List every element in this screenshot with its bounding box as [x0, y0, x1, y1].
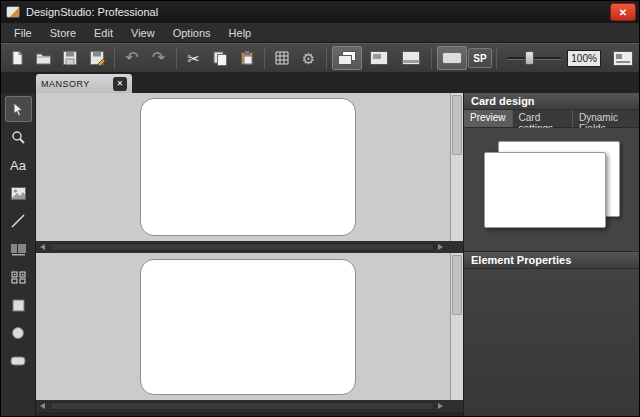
grid-icon [274, 50, 290, 66]
front-vscroll-thumb[interactable] [452, 95, 462, 155]
card-reader-icon [612, 50, 634, 67]
front-vertical-scrollbar[interactable] [450, 93, 463, 241]
document-tab-label: MANSORY [41, 79, 113, 89]
toolbar-separator [326, 47, 327, 69]
open-folder-icon [35, 50, 52, 66]
cut-button[interactable]: ✂ [182, 46, 206, 70]
rounded-rect-icon [10, 356, 26, 366]
blank-card-view-button[interactable] [437, 46, 467, 70]
app-icon [6, 6, 20, 18]
document-tab-mansory[interactable]: MANSORY ✕ [36, 74, 132, 93]
menu-options[interactable]: Options [164, 25, 220, 41]
back-horizontal-scrollbar[interactable] [36, 400, 463, 412]
save-all-button[interactable] [84, 46, 108, 70]
image-tool-button[interactable] [5, 180, 32, 206]
scroll-left-arrow-icon[interactable] [40, 244, 45, 250]
toolbar-separator [431, 47, 432, 69]
cursor-icon [11, 102, 25, 117]
close-window-button[interactable]: ✕ [610, 3, 636, 21]
undo-button[interactable]: ↶ [120, 46, 144, 70]
tab-preview[interactable]: Preview [464, 110, 513, 127]
new-document-icon [9, 50, 25, 66]
back-vscroll-thumb[interactable] [452, 255, 462, 315]
card-design-header: Card design [464, 93, 640, 110]
gear-icon: ⚙ [302, 51, 315, 66]
menu-file[interactable]: File [5, 25, 41, 41]
design-canvas [36, 93, 463, 417]
menu-store[interactable]: Store [41, 25, 85, 41]
select-tool-button[interactable] [5, 96, 32, 122]
menu-view[interactable]: View [122, 25, 164, 41]
canvas-filler [36, 412, 463, 417]
paste-icon [239, 50, 255, 66]
toolbar-separator [496, 47, 497, 69]
toolbar-separator [114, 47, 115, 69]
scroll-right-arrow-icon[interactable] [438, 244, 443, 250]
line-tool-button[interactable] [5, 208, 32, 234]
toolbar-separator [176, 47, 177, 69]
redo-icon: ↷ [152, 50, 165, 66]
sp-toggle-button[interactable]: SP [468, 48, 492, 68]
zoom-slider-thumb[interactable] [525, 51, 534, 65]
scroll-left-arrow-icon[interactable] [40, 403, 45, 409]
rectangle-tool-button[interactable] [5, 292, 32, 318]
tab-card-settings[interactable]: Card settings [513, 110, 573, 127]
zoom-slider[interactable] [507, 46, 561, 70]
scroll-right-arrow-icon[interactable] [438, 403, 443, 409]
card-back-view-button[interactable] [396, 46, 426, 70]
ellipse-icon [11, 326, 25, 340]
card-front-pane[interactable] [36, 93, 450, 241]
preview-card-front [484, 152, 606, 228]
text-tool-icon: Aa [10, 159, 26, 172]
tab-dynamic-fields[interactable]: Dynamic Fields [573, 110, 640, 127]
menu-help[interactable]: Help [220, 25, 261, 41]
barcode-icon [11, 243, 26, 256]
front-hscroll-thumb[interactable] [50, 243, 434, 251]
zoom-tool-button[interactable] [5, 124, 32, 150]
back-vertical-scrollbar[interactable] [450, 253, 463, 400]
card-front-surface[interactable] [140, 98, 356, 236]
element-properties-empty [464, 269, 640, 417]
ellipse-tool-button[interactable] [5, 320, 32, 346]
redo-button[interactable]: ↷ [146, 46, 170, 70]
right-panel: Card design Preview Card settings Dynami… [463, 93, 640, 417]
menu-edit[interactable]: Edit [85, 25, 122, 41]
settings-button[interactable]: ⚙ [296, 46, 320, 70]
open-button[interactable] [31, 46, 55, 70]
card-front-icon [369, 50, 389, 66]
card-back-icon [401, 50, 421, 66]
card-reader-button[interactable] [608, 46, 638, 70]
card-back-pane[interactable] [36, 253, 450, 400]
save-all-icon [89, 50, 105, 66]
copy-button[interactable] [208, 46, 232, 70]
document-tabbar: MANSORY ✕ [1, 73, 639, 93]
copy-icon [212, 50, 228, 66]
card-back-surface[interactable] [140, 259, 356, 395]
qr-code-icon [11, 271, 26, 284]
back-hscroll-thumb[interactable] [50, 402, 434, 410]
tab-close-button[interactable]: ✕ [113, 77, 127, 91]
grid-button[interactable] [270, 46, 294, 70]
front-back-cards-icon [337, 50, 357, 66]
paste-button[interactable] [235, 46, 259, 70]
barcode-tool-button[interactable] [5, 236, 32, 262]
image-icon [11, 187, 26, 200]
new-document-button[interactable] [5, 46, 29, 70]
undo-icon: ↶ [125, 50, 138, 66]
save-button[interactable] [58, 46, 82, 70]
rectangle-icon [12, 299, 25, 312]
blank-card-icon [441, 50, 463, 66]
zoom-slider-track [507, 57, 561, 60]
matrix-code-tool-button[interactable] [5, 264, 32, 290]
magnifier-icon [11, 130, 25, 144]
toolbar-separator [264, 47, 265, 69]
zoom-level-value[interactable]: 100% [567, 50, 601, 67]
titlebar: DesignStudio: Professional ✕ [1, 1, 639, 23]
window-title: DesignStudio: Professional [26, 6, 158, 18]
front-horizontal-scrollbar[interactable] [36, 241, 463, 253]
card-front-view-button[interactable] [364, 46, 394, 70]
text-tool-button[interactable]: Aa [5, 152, 32, 178]
cut-icon: ✂ [188, 51, 201, 66]
front-back-view-button[interactable] [332, 46, 362, 70]
rounded-rect-tool-button[interactable] [5, 348, 32, 374]
